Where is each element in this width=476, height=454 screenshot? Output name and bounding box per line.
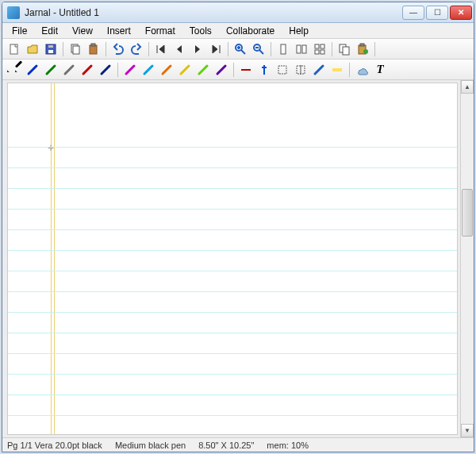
open-button[interactable] [24, 40, 41, 58]
separator [271, 42, 271, 56]
svg-rect-11 [297, 45, 301, 53]
rule-line [8, 333, 457, 333]
scroll-thumb[interactable] [462, 189, 473, 237]
paper-page[interactable]: + [7, 83, 458, 435]
rule-line [8, 250, 457, 251]
margin-rule [51, 83, 52, 434]
last-page-button[interactable] [207, 40, 225, 58]
menu-format[interactable]: Format [139, 24, 182, 38]
rule-line [8, 209, 457, 210]
select-rect-button[interactable] [274, 61, 291, 79]
toolbar-main [2, 39, 474, 60]
pen-green-button[interactable] [42, 61, 60, 79]
pen-red-button[interactable] [79, 61, 96, 79]
pen-gray-button[interactable] [60, 61, 78, 79]
pen-black-button[interactable]: .pen-black::before{background:#000} [6, 61, 23, 79]
first-page-button[interactable] [152, 40, 170, 58]
svg-point-21 [363, 49, 368, 54]
cursor-tool-button[interactable] [255, 61, 273, 79]
pen-darkblue-button[interactable] [97, 61, 114, 79]
zoom-in-button[interactable] [232, 40, 249, 58]
status-size: 8.50" X 10.25" [198, 441, 254, 450]
svg-rect-10 [281, 44, 286, 54]
menu-collaborate[interactable]: Collaborate [220, 24, 281, 38]
maximize-button[interactable]: ☐ [426, 6, 448, 20]
save-button[interactable] [42, 40, 60, 58]
copy-button[interactable] [67, 40, 84, 58]
statusbar: Pg 1/1 Vera 20.0pt black Medium black pe… [2, 437, 474, 452]
minimize-button[interactable]: — [402, 6, 424, 20]
eraser-button[interactable] [310, 61, 328, 79]
scroll-track[interactable] [461, 94, 474, 424]
menu-file[interactable]: File [6, 24, 33, 38]
titlebar[interactable]: Jarnal - Untitled 1 — ☐ ✕ [2, 2, 474, 23]
svg-rect-14 [321, 44, 324, 48]
new-button[interactable] [6, 40, 23, 58]
scroll-down-button[interactable]: ▼ [461, 424, 474, 437]
clipboard-button[interactable] [354, 40, 371, 58]
scroll-up-button[interactable]: ▲ [461, 80, 474, 94]
pen-cyan-button[interactable] [140, 61, 157, 79]
pen-magenta-button[interactable] [121, 61, 139, 79]
highlighter-button[interactable] [328, 61, 346, 79]
svg-rect-2 [48, 50, 53, 53]
svg-rect-0 [10, 44, 17, 54]
svg-rect-16 [321, 50, 324, 54]
page-grid-button[interactable] [311, 40, 328, 58]
separator [374, 42, 375, 56]
svg-rect-13 [315, 44, 319, 48]
duplicate-button[interactable] [336, 40, 353, 58]
close-button[interactable]: ✕ [450, 6, 472, 20]
line-tool-button[interactable] [237, 61, 255, 79]
cursor-mark: + [48, 144, 54, 152]
rule-line [8, 291, 457, 292]
pen-orange-button[interactable] [158, 61, 175, 79]
pen-lime-button[interactable] [194, 61, 212, 79]
svg-rect-7 [91, 44, 95, 46]
svg-rect-6 [90, 45, 97, 54]
separator [233, 63, 234, 77]
cloud-button[interactable] [353, 61, 370, 79]
rule-line [8, 374, 457, 375]
pen-purple-button[interactable] [213, 61, 230, 79]
margin-rule [54, 83, 55, 434]
undo-button[interactable] [109, 40, 127, 58]
menu-view[interactable]: View [66, 24, 99, 38]
svg-rect-3 [48, 45, 53, 48]
page-single-button[interactable] [274, 40, 292, 58]
rule-line [8, 415, 457, 416]
menu-help[interactable]: Help [282, 24, 315, 38]
select-lasso-button[interactable] [292, 61, 309, 79]
page-double-button[interactable] [293, 40, 310, 58]
menu-insert[interactable]: Insert [101, 24, 137, 38]
separator [117, 63, 118, 77]
rule-line [8, 167, 457, 168]
content-area: + ▲ ▼ [2, 80, 474, 437]
text-icon: T [376, 63, 383, 76]
app-window: Jarnal - Untitled 1 — ☐ ✕ File Edit View… [2, 2, 474, 452]
rule-line [8, 188, 457, 189]
vertical-scrollbar[interactable]: ▲ ▼ [460, 80, 474, 437]
pen-blue-button[interactable] [24, 61, 41, 79]
redo-button[interactable] [128, 40, 145, 58]
status-pen: Medium black pen [115, 441, 186, 450]
menu-tools[interactable]: Tools [183, 24, 218, 38]
paste-button[interactable] [85, 40, 102, 58]
zoom-out-button[interactable] [250, 40, 267, 58]
text-tool-button[interactable]: T [371, 61, 389, 79]
window-title: Jarnal - Untitled 1 [25, 7, 402, 18]
menu-edit[interactable]: Edit [35, 24, 64, 38]
pen-yellow-button[interactable] [176, 61, 194, 79]
svg-rect-15 [315, 50, 319, 54]
prev-page-button[interactable] [171, 40, 188, 58]
separator [349, 63, 350, 77]
paper-viewport[interactable]: + [2, 80, 460, 437]
rule-line [8, 394, 457, 395]
status-page: Pg 1/1 Vera 20.0pt black [7, 441, 102, 450]
separator [332, 42, 332, 56]
separator [228, 42, 228, 56]
separator [63, 42, 63, 56]
next-page-button[interactable] [189, 40, 206, 58]
menubar: File Edit View Insert Format Tools Colla… [2, 23, 474, 39]
svg-rect-18 [343, 47, 349, 55]
